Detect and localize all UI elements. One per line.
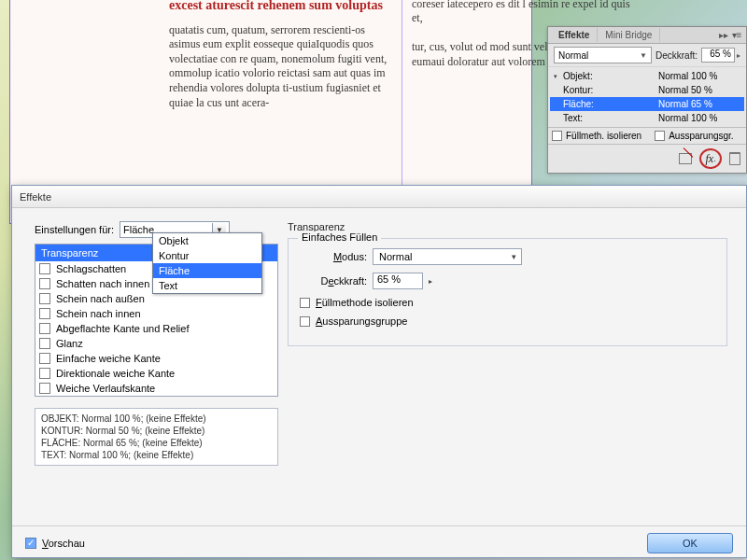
panel-footer-icons: fx. [548, 144, 746, 173]
opacity-flyout-icon[interactable]: ▸ [737, 51, 740, 60]
trash-icon[interactable] [729, 152, 740, 165]
panel-isolate-row: Füllmeth. isolieren Aussparungsgr. [548, 127, 746, 144]
dialog-footer: ✓ Vorschau OK [12, 525, 746, 559]
preview-checkbox[interactable]: ✓ [25, 538, 36, 549]
opacity-flyout-icon[interactable]: ▸ [429, 277, 432, 286]
dialog-right-pane: Transparenz Einfaches Füllen Modus: Norm… [286, 208, 746, 525]
panel-item-flaeche[interactable]: Fläche: Normal 65 % [550, 97, 744, 111]
combo-value: Fläche [123, 224, 154, 235]
effect-label: Abgeflachte Kante und Relief [56, 323, 190, 334]
summary-line: OBJEKT: Normal 100 %; (keine Effekte) [41, 413, 272, 425]
panel-target-list: ▾ Objekt: Normal 100 % Kontur: Normal 50… [548, 67, 746, 127]
ok-button[interactable]: OK [647, 533, 733, 553]
headline: Atatem quatempossi ducilig natecte cus, … [169, 0, 398, 14]
mode-value: Normal [379, 251, 412, 262]
knockout-checkbox[interactable] [300, 316, 310, 327]
effect-checkbox[interactable] [39, 293, 50, 304]
option-objekt[interactable]: Objekt [153, 233, 261, 248]
blend-mode-select[interactable]: Normal ▼ [554, 47, 652, 63]
panel-item-value: Normal 50 % [658, 85, 740, 95]
panel-item-objekt[interactable]: ▾ Objekt: Normal 100 % [550, 69, 744, 83]
option-kontur[interactable]: Kontur [153, 248, 261, 263]
panel-blend-row: Normal ▼ Deckkraft: 65 % ▸ [548, 44, 746, 67]
body-left: quatatis cum, quatum, serrorem rescienti… [169, 23, 398, 111]
effect-label: Schlagschatten [56, 263, 126, 274]
panel-tabstrip: Effekte Mini Bridge ▸▸ ▾≡ [548, 27, 746, 44]
fill-fieldset: Einfaches Füllen Modus: Normal Deckkraft… [288, 238, 727, 346]
effect-label: Einfache weiche Kante [56, 353, 161, 364]
panel-collapse-icon[interactable]: ▸▸ [717, 30, 730, 40]
opacity-label: Deckkraft: [300, 275, 367, 287]
chevron-down-icon: ▼ [640, 51, 647, 60]
tab-mini-bridge[interactable]: Mini Bridge [598, 28, 660, 42]
effect-label: Schein nach außen [56, 293, 145, 304]
panel-menu-icon[interactable]: ▾≡ [730, 30, 743, 40]
isolate-label: Füllmethode isolieren [316, 297, 414, 308]
opacity-input[interactable]: 65 % [373, 273, 423, 289]
panel-opacity-label: Deckkraft: [655, 50, 698, 61]
panel-item-value: Normal 100 % [658, 71, 740, 81]
summary-line: FLÄCHE: Normal 65 %; (keine Effekte) [41, 437, 272, 449]
text-column-left: Atatem quatempossi ducilig natecte cus, … [169, 0, 402, 197]
effect-abgeflacht[interactable]: Abgeflachte Kante und Relief [35, 321, 277, 336]
panel-item-value: Normal 65 % [658, 99, 740, 109]
effect-label: Schatten nach innen [56, 278, 149, 289]
effect-schein-innen[interactable]: Schein nach innen [35, 306, 277, 321]
effect-checkbox[interactable] [39, 383, 50, 394]
effect-label: Transparenz [41, 247, 98, 259]
clear-effects-icon[interactable] [679, 153, 692, 164]
effect-checkbox[interactable] [39, 263, 50, 274]
effect-label: Glanz [56, 338, 83, 349]
panel-opacity-input[interactable]: 65 % [701, 48, 735, 63]
effect-checkbox[interactable] [39, 368, 50, 379]
knockout-checkbox[interactable] [655, 131, 665, 141]
settings-for-label: Einstellungen für: [35, 224, 114, 235]
panel-item-label: Objekt: [563, 71, 658, 81]
fieldset-legend: Einfaches Füllen [298, 231, 381, 243]
isolate-checkbox[interactable] [300, 298, 310, 308]
effect-label: Schein nach innen [56, 308, 141, 319]
dialog-title: Effekte [12, 186, 746, 208]
preview-label: Vorschau [42, 538, 85, 549]
panel-item-kontur[interactable]: Kontur: Normal 50 % [550, 83, 744, 97]
effect-checkbox[interactable] [39, 353, 50, 364]
effect-direktionale-kante[interactable]: Direktionale weiche Kante [35, 366, 277, 381]
isolate-label: Füllmeth. isolieren [566, 131, 641, 141]
summary-line: KONTUR: Normal 50 %; (keine Effekte) [41, 425, 272, 437]
effect-label: Direktionale weiche Kante [56, 368, 175, 379]
knockout-label: Aussparungsgruppe [316, 315, 407, 327]
effects-dialog: Effekte Einstellungen für: Fläche ▼ Tran… [11, 185, 747, 558]
effects-panel: Effekte Mini Bridge ▸▸ ▾≡ Normal ▼ Deckk… [547, 26, 747, 174]
effect-checkbox[interactable] [39, 323, 50, 334]
tab-effekte[interactable]: Effekte [551, 28, 598, 42]
effects-summary: OBJEKT: Normal 100 %; (keine Effekte) KO… [35, 408, 278, 466]
effect-checkbox[interactable] [39, 278, 50, 289]
effect-checkbox[interactable] [39, 308, 50, 319]
effect-einfache-kante[interactable]: Einfache weiche Kante [35, 351, 277, 366]
effect-label: Weiche Verlaufskante [56, 383, 155, 394]
mode-label: Modus: [300, 251, 367, 262]
blend-mode-value: Normal [558, 50, 588, 61]
effect-glanz[interactable]: Glanz [35, 336, 277, 351]
fx-button[interactable]: fx. [699, 148, 722, 169]
panel-item-label: Fläche: [563, 99, 658, 109]
panel-item-text[interactable]: Text: Normal 100 % [550, 111, 744, 125]
summary-line: TEXT: Normal 100 %; (keine Effekte) [41, 449, 272, 461]
effect-verlaufskante[interactable]: Weiche Verlaufskante [35, 381, 277, 396]
isolate-checkbox[interactable] [552, 131, 562, 141]
panel-item-value: Normal 100 % [658, 113, 740, 123]
panel-item-label: Kontur: [563, 85, 658, 95]
effect-checkbox[interactable] [39, 338, 50, 349]
mode-select[interactable]: Normal [373, 248, 522, 265]
panel-item-label: Text: [563, 113, 658, 123]
knockout-label: Aussparungsgr. [669, 131, 734, 141]
settings-for-dropdown[interactable]: Objekt Kontur Fläche Text [152, 232, 262, 294]
option-text[interactable]: Text [153, 278, 261, 293]
option-flaeche[interactable]: Fläche [153, 263, 261, 278]
disclosure-icon: ▾ [554, 73, 563, 80]
